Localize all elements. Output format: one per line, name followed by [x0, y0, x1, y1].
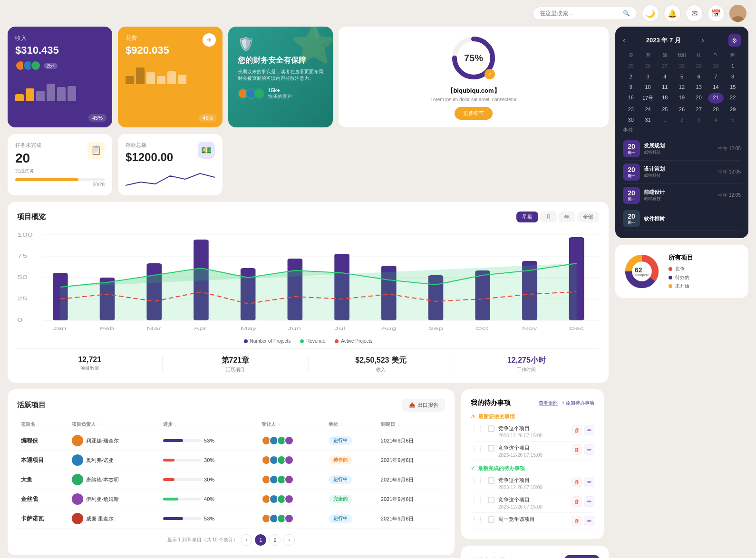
cal-day[interactable]: 2	[674, 115, 690, 125]
progress-fill-0	[163, 439, 183, 442]
col-assignee[interactable]: 受让人 ↕	[258, 418, 324, 431]
cal-day[interactable]: 3	[691, 115, 707, 125]
cal-day[interactable]: 14	[708, 82, 724, 92]
cal-day[interactable]: 18	[657, 93, 673, 104]
cal-day[interactable]: 31	[640, 115, 656, 125]
cal-day[interactable]: 17号	[640, 93, 656, 104]
todo-delete-5[interactable]: 🗑	[572, 516, 582, 526]
weekday-we: 我们	[673, 52, 690, 58]
todo-checkbox-3[interactable]	[488, 477, 494, 484]
cal-day[interactable]: 22	[725, 93, 741, 104]
todo-view-all[interactable]: 查看全部	[539, 400, 558, 406]
cal-day[interactable]: 1	[725, 61, 741, 71]
next-page-button[interactable]: ›	[283, 534, 295, 546]
todo-checkbox-5[interactable]	[488, 516, 494, 523]
cal-day[interactable]: 16	[623, 93, 639, 104]
calendar-settings-button[interactable]: ⚙	[728, 34, 741, 47]
col-name[interactable]: 项目名 ↑	[17, 418, 68, 431]
col-status[interactable]: 地位 ↕	[325, 418, 377, 431]
todo-delete-2[interactable]: 🗑	[572, 444, 582, 455]
cal-day[interactable]: 11	[657, 82, 673, 92]
cal-day[interactable]: 2	[623, 72, 639, 81]
search-input[interactable]	[540, 10, 619, 17]
cal-day[interactable]: 29	[725, 105, 741, 114]
page-1-button[interactable]: 1	[255, 534, 266, 546]
cal-day[interactable]: 25	[657, 105, 673, 114]
cal-day[interactable]: 1	[657, 115, 673, 125]
cal-day[interactable]: 26	[640, 61, 656, 71]
mail-icon[interactable]: ✉	[686, 5, 703, 22]
expense-percent: 45%	[203, 115, 213, 121]
cal-day[interactable]: 7	[708, 72, 724, 81]
todo-delete-1[interactable]: 🗑	[572, 425, 582, 435]
more-details-button[interactable]: 更多细节	[455, 107, 493, 120]
todo-checkbox-1[interactable]	[488, 425, 494, 432]
cal-day[interactable]: 12	[674, 82, 690, 92]
progress-fill-1	[163, 459, 174, 462]
search-box[interactable]: 🔍	[533, 7, 637, 20]
tab-month[interactable]: 月	[540, 212, 557, 222]
drag-handle-3[interactable]: ⋮⋮	[471, 477, 484, 484]
cal-day[interactable]: 25	[623, 61, 639, 71]
cal-day[interactable]: 29	[691, 61, 707, 71]
cal-day[interactable]: 4	[657, 72, 673, 81]
cal-day[interactable]: 21	[708, 93, 724, 104]
cal-day[interactable]: 5	[674, 72, 690, 81]
cal-day[interactable]: 30	[708, 61, 724, 71]
bottom-area: 活跃项目 📤 出口报告 项目名 ↑ 项目负责人 ↕ 进步 ↕	[8, 389, 609, 558]
drag-handle-1[interactable]: ⋮⋮	[471, 425, 484, 433]
col-due[interactable]: 到期日 ↕	[377, 418, 445, 431]
todo-add-btn[interactable]: + 添加待办事项	[562, 400, 594, 406]
col-manager[interactable]: 项目负责人 ↕	[68, 418, 159, 431]
todo-checkbox-2[interactable]	[488, 445, 494, 452]
cal-day[interactable]: 24	[640, 105, 656, 114]
todo-edit-4[interactable]: ✏	[584, 496, 594, 507]
dark-mode-toggle[interactable]: 🌙	[642, 5, 659, 22]
drag-handle-5[interactable]: ⋮⋮	[471, 516, 484, 523]
notifications-icon[interactable]: 🔔	[664, 5, 681, 22]
cal-prev-button[interactable]: ‹	[623, 36, 625, 45]
cal-day[interactable]: 3	[640, 72, 656, 81]
tab-year[interactable]: 年	[559, 212, 575, 222]
todo-delete-3[interactable]: 🗑	[572, 477, 582, 487]
cal-day[interactable]: 20	[691, 93, 707, 104]
cal-day[interactable]: 9	[623, 82, 639, 92]
cal-day[interactable]: 28	[708, 105, 724, 114]
todo-edit-5[interactable]: ✏	[584, 516, 594, 526]
col-progress[interactable]: 进步 ↕	[159, 418, 258, 431]
cal-day[interactable]: 15	[725, 82, 741, 92]
prev-page-button[interactable]: ‹	[241, 534, 252, 546]
cal-day[interactable]: 10	[640, 82, 656, 92]
warning-icon: ⚠	[471, 414, 475, 420]
page-2-button[interactable]: 2	[269, 534, 281, 546]
cal-day[interactable]: 27	[691, 105, 707, 114]
expense-add-button[interactable]: +	[203, 33, 216, 47]
cal-day[interactable]: 28	[674, 61, 690, 71]
cal-day[interactable]: 23	[623, 105, 639, 114]
cal-day[interactable]: 8	[725, 72, 741, 81]
cal-day[interactable]: 4	[708, 115, 724, 125]
todo-edit-2[interactable]: ✏	[584, 444, 594, 455]
drag-handle-2[interactable]: ⋮⋮	[471, 444, 484, 452]
todo-edit-1[interactable]: ✏	[584, 425, 594, 435]
cal-day[interactable]: 26	[674, 105, 690, 114]
cal-day[interactable]: 13	[691, 82, 707, 92]
cal-day[interactable]: 19	[674, 93, 690, 104]
cal-day[interactable]: 27	[657, 61, 673, 71]
todo-text-wrap-4: 竞争这个项目 2023-12-26 07:15:00	[498, 496, 568, 510]
view-all-button[interactable]: 查看全部	[565, 555, 599, 558]
cal-day[interactable]: 30	[623, 115, 639, 125]
cal-next-button[interactable]: ›	[701, 36, 704, 45]
drag-handle-4[interactable]: ⋮⋮	[471, 496, 484, 504]
todo-delete-4[interactable]: 🗑	[572, 496, 582, 507]
export-report-button[interactable]: 📤 出口报告	[402, 399, 445, 412]
todo-edit-3[interactable]: ✏	[584, 477, 594, 487]
calendar-icon[interactable]: 📅	[708, 5, 725, 22]
cal-day[interactable]: 5	[725, 115, 741, 125]
bar-1	[15, 94, 24, 101]
tab-week[interactable]: 星期	[516, 212, 538, 222]
user-avatar[interactable]	[729, 5, 746, 22]
cal-day[interactable]: 6	[691, 72, 707, 81]
todo-checkbox-4[interactable]	[488, 497, 494, 503]
tab-all[interactable]: 全部	[577, 212, 599, 222]
